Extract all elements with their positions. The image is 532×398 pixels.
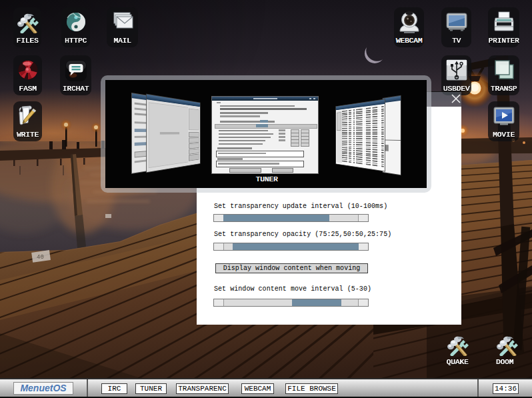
svg-text:40: 40 bbox=[37, 254, 44, 261]
